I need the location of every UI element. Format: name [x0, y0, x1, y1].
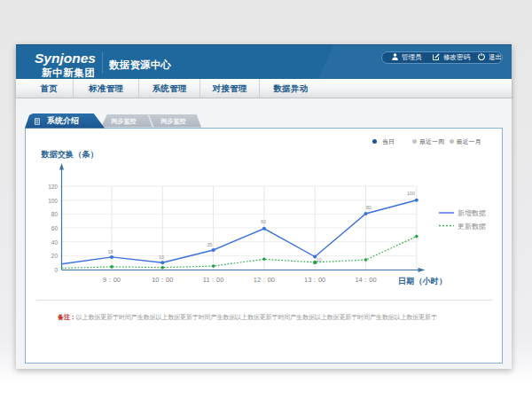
svg-text:数据交换（条）: 数据交换（条）: [41, 150, 98, 159]
svg-text:120: 120: [48, 184, 58, 190]
svg-text:20: 20: [51, 253, 59, 259]
svg-text:更新数据: 更新数据: [458, 223, 486, 231]
svg-text:11：00: 11：00: [203, 276, 224, 284]
svg-text:10：00: 10：00: [152, 276, 173, 284]
svg-text:100: 100: [48, 198, 58, 204]
svg-text:18: 18: [108, 249, 113, 254]
svg-text:60: 60: [51, 225, 59, 231]
svg-text:12：00: 12：00: [254, 276, 275, 284]
svg-text:新增数据: 新增数据: [458, 209, 486, 217]
svg-text:日期（小时）: 日期（小时）: [398, 277, 447, 286]
svg-text:35: 35: [207, 242, 213, 247]
svg-text:10: 10: [159, 254, 164, 260]
svg-text:0: 0: [54, 267, 58, 273]
svg-text:80: 80: [51, 211, 59, 217]
svg-text:10: 10: [317, 257, 322, 262]
svg-text:100: 100: [407, 191, 415, 196]
svg-text:40: 40: [51, 239, 59, 246]
svg-text:14：00: 14：00: [355, 276, 376, 284]
svg-text:60: 60: [261, 219, 266, 224]
svg-text:13：00: 13：00: [304, 276, 325, 284]
svg-text:80: 80: [366, 205, 372, 210]
svg-text:9：00: 9：00: [103, 276, 121, 284]
